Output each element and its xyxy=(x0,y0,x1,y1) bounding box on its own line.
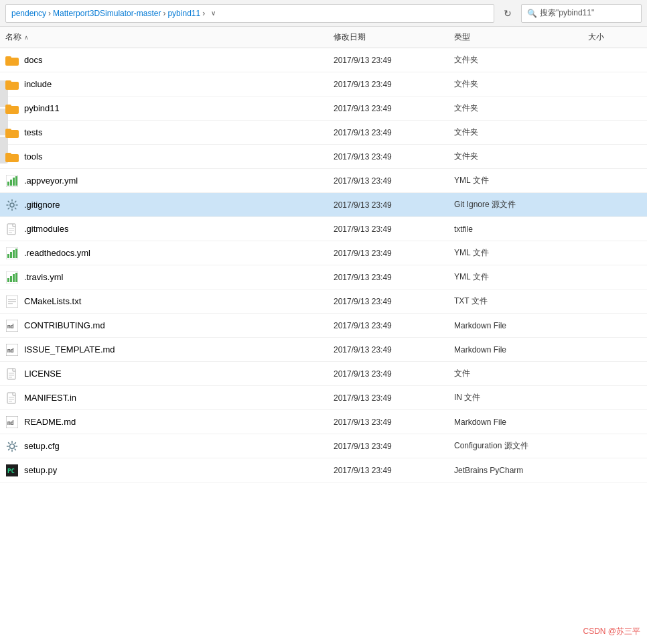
file-name-cell: tests xyxy=(5,127,334,139)
file-name-cell: CMakeLists.txt xyxy=(5,296,334,308)
file-date: 2017/9/13 23:49 xyxy=(334,224,454,234)
file-name: .travis.yml xyxy=(24,272,64,282)
table-row[interactable]: PC setup.py2017/9/13 23:49JetBrains PyCh… xyxy=(0,458,647,482)
svg-rect-6 xyxy=(7,224,15,235)
markdown-icon: md xyxy=(5,416,19,428)
table-row[interactable]: tools2017/9/13 23:49文件夹 xyxy=(0,145,647,169)
table-row[interactable]: include2017/9/13 23:49文件夹 xyxy=(0,72,647,96)
table-row[interactable]: docs2017/9/13 23:49文件夹 xyxy=(0,48,647,72)
svg-rect-1 xyxy=(7,182,9,186)
file-date: 2017/9/13 23:49 xyxy=(334,442,454,451)
file-date: 2017/9/13 23:49 xyxy=(334,104,454,113)
breadcrumb-part3: pybind11 xyxy=(167,9,200,18)
table-row[interactable]: .gitmodules2017/9/13 23:49txtfile xyxy=(0,217,647,241)
table-row[interactable]: md README.md2017/9/13 23:49Markdown File xyxy=(0,410,647,434)
folder-icon xyxy=(5,151,19,162)
file-date: 2017/9/13 23:49 xyxy=(334,321,454,330)
file-date: 2017/9/13 23:49 xyxy=(334,369,454,379)
file-type: 文件 xyxy=(454,368,588,379)
table-row[interactable]: .travis.yml2017/9/13 23:49YML 文件 xyxy=(0,265,647,289)
file-date: 2017/9/13 23:49 xyxy=(334,80,454,89)
cfg-icon xyxy=(5,440,19,452)
yml-icon xyxy=(5,271,19,283)
file-type: YML 文件 xyxy=(454,175,588,186)
svg-text:md: md xyxy=(7,324,14,330)
pycharm-icon: PC xyxy=(5,464,19,476)
table-row[interactable]: LICENSE2017/9/13 23:49文件 xyxy=(0,362,647,386)
table-row[interactable]: CMakeLists.txt2017/9/13 23:49TXT 文件 xyxy=(0,289,647,314)
refresh-button[interactable]: ↻ xyxy=(498,4,517,23)
table-row[interactable]: .appveyor.yml2017/9/13 23:49YML 文件 xyxy=(0,169,647,193)
svg-rect-12 xyxy=(10,252,12,258)
file-name: .readthedocs.yml xyxy=(24,248,90,258)
file-icon xyxy=(5,223,19,235)
breadcrumb-sep3: › xyxy=(202,9,205,18)
file-name: pybind11 xyxy=(24,103,60,113)
file-name-cell: md CONTRIBUTING.md xyxy=(5,320,334,332)
file-name-cell: md ISSUE_TEMPLATE.md xyxy=(5,344,334,356)
table-row[interactable]: MANIFEST.in2017/9/13 23:49IN 文件 xyxy=(0,386,647,410)
file-name-cell: pybind11 xyxy=(5,103,334,115)
file-name-cell: LICENSE xyxy=(5,368,334,380)
file-date: 2017/9/13 23:49 xyxy=(334,273,454,282)
table-row[interactable]: md ISSUE_TEMPLATE.md2017/9/13 23:49Markd… xyxy=(0,338,647,362)
file-name: tests xyxy=(24,127,42,137)
col-header-date[interactable]: 修改日期 xyxy=(334,31,454,43)
file-type: IN 文件 xyxy=(454,392,588,403)
file-name: CONTRIBUTING.md xyxy=(24,320,105,330)
folder-icon xyxy=(5,79,19,90)
svg-rect-13 xyxy=(13,250,15,258)
col-type-label: 类型 xyxy=(454,31,470,43)
file-type: YML 文件 xyxy=(454,271,588,283)
search-box[interactable]: 🔍 搜索"pybind11" xyxy=(521,4,642,23)
table-row[interactable]: tests2017/9/13 23:49文件夹 xyxy=(0,121,647,145)
file-name-cell: .gitmodules xyxy=(5,223,334,235)
file-type: 文件夹 xyxy=(454,151,588,162)
file-name: .appveyor.yml xyxy=(24,176,78,186)
table-row[interactable]: pybind112017/9/13 23:49文件夹 xyxy=(0,96,647,121)
svg-rect-18 xyxy=(13,274,15,282)
col-size-label: 大小 xyxy=(588,31,604,43)
file-name: MANIFEST.in xyxy=(24,393,76,403)
file-name-cell: .gitignore xyxy=(5,199,334,211)
svg-rect-14 xyxy=(15,249,17,258)
file-type: Markdown File xyxy=(454,321,588,330)
file-type: 文件夹 xyxy=(454,78,588,90)
breadcrumb-sep2: › xyxy=(163,9,165,18)
gear-icon xyxy=(5,199,19,211)
svg-text:md: md xyxy=(7,420,14,426)
svg-text:PC: PC xyxy=(7,468,15,474)
file-name-cell: docs xyxy=(5,54,334,66)
breadcrumb[interactable]: pendency › Matterport3DSimulator-master … xyxy=(5,4,494,23)
col-header-size[interactable]: 大小 xyxy=(588,31,642,43)
file-name-cell: PC setup.py xyxy=(5,464,334,476)
breadcrumb-dropdown-icon[interactable]: ∨ xyxy=(211,9,216,17)
file-type: Markdown File xyxy=(454,345,588,355)
file-name: .gitmodules xyxy=(24,224,68,234)
table-row[interactable]: setup.cfg2017/9/13 23:49Configuration 源文… xyxy=(0,434,647,458)
file-date: 2017/9/13 23:49 xyxy=(334,176,454,186)
file-date: 2017/9/13 23:49 xyxy=(334,345,454,355)
table-row[interactable]: .readthedocs.yml2017/9/13 23:49YML 文件 xyxy=(0,241,647,265)
col-header-type[interactable]: 类型 xyxy=(454,31,588,43)
file-name: setup.py xyxy=(24,465,57,475)
col-date-label: 修改日期 xyxy=(334,31,366,43)
file-date: 2017/9/13 23:49 xyxy=(334,393,454,403)
file-name-cell: .appveyor.yml xyxy=(5,175,334,187)
file-name: setup.cfg xyxy=(24,441,60,451)
breadcrumb-part1: pendency xyxy=(11,9,46,18)
yml-icon xyxy=(5,247,19,259)
file-name-cell: .readthedocs.yml xyxy=(5,247,334,259)
file-name-cell: .travis.yml xyxy=(5,271,334,283)
table-row[interactable]: .gitignore2017/9/13 23:49Git Ignore 源文件 xyxy=(0,193,647,217)
file-date: 2017/9/13 23:49 xyxy=(334,152,454,162)
svg-point-5 xyxy=(10,203,14,207)
file-name: ISSUE_TEMPLATE.md xyxy=(24,344,115,355)
file-date: 2017/9/13 23:49 xyxy=(334,417,454,427)
svg-rect-28 xyxy=(7,369,15,379)
svg-rect-3 xyxy=(13,178,15,186)
col-header-name[interactable]: 名称 ∧ xyxy=(5,31,334,43)
column-header: 名称 ∧ 修改日期 类型 大小 xyxy=(0,27,647,48)
table-row[interactable]: md CONTRIBUTING.md2017/9/13 23:49Markdow… xyxy=(0,314,647,338)
file-name: .gitignore xyxy=(24,200,60,210)
